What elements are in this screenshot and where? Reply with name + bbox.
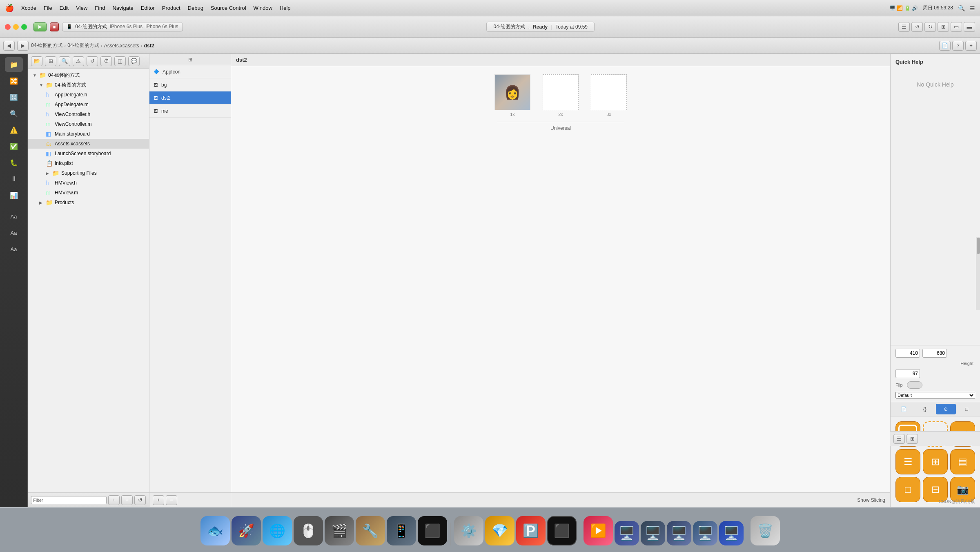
tree-item-viewcontrollerm[interactable]: m ViewController.m [28,119,149,129]
show-folder-btn[interactable]: 📂 [31,56,42,66]
nav-breakpoints[interactable]: ⏸ [5,171,23,186]
search-icon[interactable]: 🔍 [958,5,965,11]
apple-menu[interactable]: 🍎 [5,4,14,13]
nav-debug[interactable]: 🐛 [5,155,23,170]
code-inspector-tab[interactable]: {} [915,404,935,414]
dock-terminal[interactable]: ⬛ [418,516,447,545]
menu-debug[interactable]: Debug [188,5,203,11]
tree-item-launchscreen[interactable]: ◧ LaunchScreen.storyboard [28,149,149,158]
refresh-tree-btn[interactable]: ↺ [87,56,98,66]
view2-icon-btn[interactable]: □ [895,477,920,502]
asset-item-dst2[interactable]: 🖼 dst2 [149,91,231,105]
menu-product[interactable]: Product [162,5,180,11]
grid-layout-btn[interactable]: ⊞ [906,434,918,444]
image-box-3x[interactable] [591,74,627,110]
image-box-2x[interactable] [543,74,579,110]
asset-toggle-btn[interactable]: ⊞ [149,54,231,65]
menu-xcode[interactable]: Xcode [21,5,36,11]
image-icon-btn[interactable]: ▤ [950,449,975,474]
menu-editor[interactable]: Editor [141,5,155,11]
tree-item-assets[interactable]: 🗂 Assets.xcassets [28,139,149,149]
search-btn-tree[interactable]: 🔍 [59,56,70,66]
dock-screen2[interactable]: 🖥️ [641,521,665,545]
tree-item-appdelegateh[interactable]: h AppDelegate.h [28,90,149,100]
nav-symbols[interactable]: 🔣 [5,90,23,105]
filter-input[interactable] [31,496,107,504]
scrollbar[interactable] [976,237,980,310]
image-slot-3x[interactable]: 3x [591,74,627,117]
layout-btn3[interactable]: ▬ [964,22,975,32]
dock-trash[interactable]: 🗑️ [751,516,780,545]
tree-item-appdelegatem[interactable]: m AppDelegate.m [28,100,149,109]
remove-file-btn[interactable]: − [121,495,133,505]
nav-files[interactable]: 📁 [5,57,23,72]
breadcrumb-project[interactable]: 04-绘图的方式 [67,42,99,49]
add-btn[interactable]: ⚠ [73,56,84,66]
menu-edit[interactable]: Edit [60,5,69,11]
menu-find[interactable]: Find [95,5,105,11]
menu-navigate[interactable]: Navigate [112,5,133,11]
width-field[interactable] [895,349,920,358]
dock-sketch[interactable]: 💎 [485,516,514,545]
remove-asset-btn[interactable]: − [166,495,177,505]
image-slot-1x[interactable]: 👩 1x [494,74,530,117]
history-btn[interactable]: ⏱ [100,56,112,66]
refresh-btn[interactable]: ↺ [911,22,923,32]
nav-report[interactable]: 📊 [5,188,23,203]
filter-recent-btn[interactable]: ↺ [134,495,146,505]
tree-item-root[interactable]: ▼ 📁 04-绘图的方式 [28,70,149,80]
dock-tools[interactable]: 🔧 [356,516,385,545]
asset-item-me[interactable]: 🖼 me [149,105,231,118]
nav-tests[interactable]: ✅ [5,139,23,154]
quick-help-btn[interactable]: ? [952,41,964,51]
tree-item-products[interactable]: ▶ 📁 Products [28,198,149,207]
table-icon-btn[interactable]: ☰ [895,449,920,474]
list-layout-btn[interactable]: ☰ [893,434,905,444]
dock-iphone[interactable]: 📱 [387,516,416,545]
breadcrumb-current[interactable]: dst2 [144,43,154,49]
layout-btn1[interactable]: ⊞ [938,22,949,32]
layout-btn2[interactable]: ▭ [951,22,962,32]
scrollbar-thumb[interactable] [977,238,980,254]
tree-item-main-storyboard[interactable]: ◧ Main.storyboard [28,129,149,139]
menu-icon[interactable]: ☰ [970,5,975,11]
diff-btn[interactable]: ◫ [114,56,126,66]
dock-poster[interactable]: 🅿️ [516,516,546,545]
extra-btn[interactable]: + [965,41,977,51]
stop-button[interactable]: ■ [50,22,59,31]
add-file-btn[interactable]: + [108,495,120,505]
menu-file[interactable]: File [44,5,52,11]
nav-issues[interactable]: ⚠️ [5,122,23,137]
menu-view[interactable]: View [76,5,87,11]
tree-item-viewcontrollerh[interactable]: h ViewController.h [28,109,149,119]
menu-source-control[interactable]: Source Control [211,5,246,11]
asset-item-appicon[interactable]: 🔷 AppIcon [149,65,231,78]
add-asset-btn[interactable]: + [153,495,164,505]
property-select[interactable]: Default [895,392,975,398]
nav-find[interactable]: 🔍 [5,106,23,121]
extra-field[interactable] [895,369,920,378]
tree-item-hmviewh[interactable]: h HMView.h [28,178,149,188]
dock-screen3[interactable]: 🖥️ [667,521,691,545]
scheme-label[interactable]: 📱 04-绘图的方式 iPhone 6s Plus iPhone 6s Plus [62,22,183,31]
navigator-toggle[interactable]: ☰ [898,22,910,32]
run-button[interactable]: ▶ [33,22,47,31]
layout-tab[interactable]: □ [957,404,977,414]
tree-item-plist[interactable]: 📋 Info.plist [28,158,149,168]
dock-screen1[interactable]: 🖥️ [615,521,639,545]
height-field-right[interactable] [922,349,947,358]
tree-item-supporting-files[interactable]: ▶ 📁 Supporting Files [28,168,149,178]
fwd-btn[interactable]: ▶ [17,41,29,51]
tree-item-hmviewm[interactable]: m HMView.m [28,188,149,198]
dock-safari[interactable]: 🌐 [263,516,292,545]
close-button[interactable] [5,24,11,30]
file-inspector-tab[interactable]: 📄 [894,404,914,414]
collection-icon-btn[interactable]: ⊞ [923,449,948,474]
dock-finder[interactable]: 🐟 [200,516,230,545]
asset-item-bg[interactable]: 🖼 bg [149,78,231,91]
image-slot-2x[interactable]: 2x [543,74,579,117]
nav-source-control[interactable]: 🔀 [5,73,23,88]
flip-toggle[interactable] [907,381,922,389]
dock-screen4[interactable]: 🖥️ [693,521,717,545]
filter-btn[interactable]: ⊞ [45,56,56,66]
